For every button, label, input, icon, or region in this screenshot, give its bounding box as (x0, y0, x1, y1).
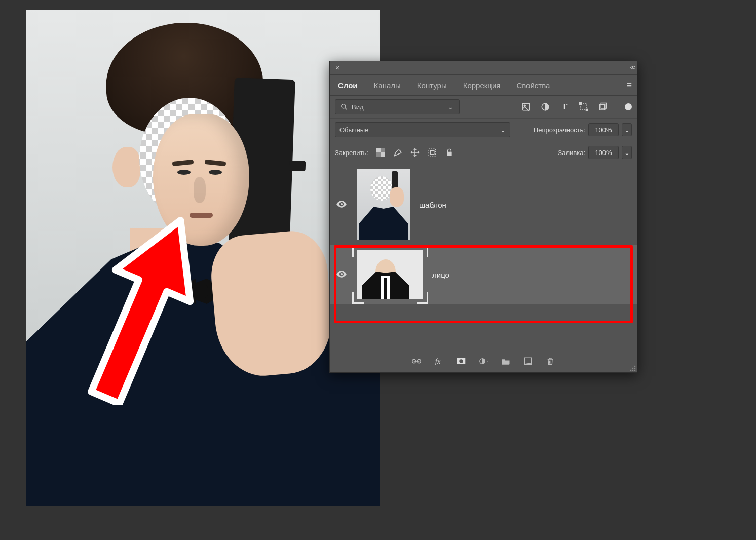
layer-name-label[interactable]: шаблон (419, 201, 446, 209)
svg-rect-15 (430, 150, 434, 155)
filter-icons: T (521, 102, 632, 111)
search-icon (339, 102, 349, 111)
adjustment-layer-icon[interactable]: ▫ (479, 357, 488, 366)
layer-thumbnail[interactable] (357, 250, 423, 299)
layer-kind-select[interactable]: Вид ⌄ (335, 99, 460, 114)
svg-point-16 (341, 203, 343, 205)
lock-pixels-icon[interactable] (393, 147, 403, 158)
close-icon[interactable]: × (333, 64, 342, 71)
delete-layer-icon[interactable] (546, 357, 555, 366)
panel-header[interactable]: × << (330, 61, 637, 75)
new-layer-icon[interactable] (523, 357, 533, 366)
lock-artboard-icon[interactable] (427, 147, 437, 158)
svg-rect-3 (522, 103, 530, 110)
svg-point-24 (634, 366, 636, 367)
group-layers-icon[interactable] (501, 357, 510, 366)
tab-channels[interactable]: Каналы (366, 75, 409, 95)
shape-layer-filter-icon[interactable] (579, 102, 588, 111)
svg-point-27 (630, 370, 632, 371)
add-mask-icon[interactable] (457, 357, 466, 366)
svg-point-17 (341, 273, 343, 275)
svg-point-26 (634, 368, 636, 369)
blend-mode-value: Обычные (339, 126, 368, 134)
chevron-down-icon: ⌄ (446, 101, 455, 113)
tab-properties[interactable]: Свойства (508, 75, 558, 95)
fill-flyout-icon[interactable]: ⌄ (622, 146, 632, 159)
collapse-icon[interactable]: << (630, 64, 634, 71)
tab-label: Свойства (516, 81, 550, 90)
opacity-label: Непрозрачность: (534, 126, 585, 134)
link-layers-icon[interactable] (412, 357, 421, 366)
lock-all-icon[interactable] (444, 147, 455, 158)
layers-panel: × << Слои Каналы Контуры Коррекция Свойс… (329, 61, 637, 373)
svg-point-4 (524, 105, 525, 106)
visibility-toggle[interactable] (335, 271, 348, 279)
panel-tabs: Слои Каналы Контуры Коррекция Свойства ≡ (330, 75, 637, 96)
tab-label: Контуры (417, 81, 447, 90)
svg-point-28 (632, 370, 634, 371)
svg-rect-12 (376, 148, 381, 152)
svg-point-21 (459, 359, 463, 363)
layers-list: шаблон лицо (330, 164, 637, 304)
visibility-toggle[interactable] (335, 201, 348, 209)
lock-transparency-icon[interactable] (375, 147, 386, 158)
adjustment-layer-filter-icon[interactable] (541, 102, 550, 111)
layer-filter-row: Вид ⌄ T (330, 96, 637, 119)
svg-point-29 (634, 370, 636, 371)
layer-thumbnail[interactable] (357, 169, 410, 240)
kind-label: Вид (352, 103, 364, 111)
lock-label: Закрепить: (335, 149, 368, 157)
opacity-value[interactable]: 100% (588, 123, 619, 136)
tab-layers[interactable]: Слои (330, 75, 366, 95)
tab-paths[interactable]: Контуры (409, 75, 455, 95)
chevron-down-icon: ⌄ (500, 126, 506, 134)
lock-fill-row: Закрепить: Заливка: 100% ⌄ (330, 141, 637, 164)
resize-grip-icon[interactable] (628, 363, 637, 372)
fill-label: Заливка: (558, 149, 585, 157)
canvas-image (26, 10, 380, 506)
tab-label: Слои (338, 81, 358, 90)
lock-icons (375, 147, 455, 158)
tab-label: Коррекция (463, 81, 501, 90)
svg-rect-14 (429, 149, 436, 156)
opacity-flyout-icon[interactable]: ⌄ (622, 123, 632, 136)
svg-rect-8 (586, 109, 588, 111)
tab-label: Каналы (374, 81, 401, 90)
smart-object-filter-icon[interactable] (598, 102, 608, 111)
lock-position-icon[interactable] (410, 147, 420, 158)
canvas-ear (112, 147, 140, 187)
panel-footer: fx▫ ▫ (330, 350, 637, 372)
fill-value[interactable]: 100% (588, 146, 619, 159)
layer-style-icon[interactable]: fx▫ (434, 357, 443, 366)
layer-thumbnail-wrapper (357, 250, 423, 299)
svg-point-25 (632, 368, 634, 369)
svg-rect-9 (599, 105, 605, 110)
tab-adjustments[interactable]: Коррекция (455, 75, 509, 95)
pixel-layer-filter-icon[interactable] (521, 102, 531, 111)
canvas-face-overlay (153, 114, 249, 246)
svg-rect-13 (381, 152, 385, 157)
layer-row[interactable]: лицо (330, 245, 637, 304)
svg-rect-10 (601, 103, 607, 109)
type-layer-filter-icon[interactable]: T (560, 102, 569, 111)
svg-point-1 (342, 104, 346, 108)
blend-mode-select[interactable]: Обычные ⌄ (335, 122, 510, 137)
filter-toggle-switch[interactable] (625, 103, 632, 110)
svg-line-2 (345, 108, 347, 110)
layer-row[interactable]: шаблон (330, 164, 637, 245)
layer-name-label[interactable]: лицо (432, 271, 449, 279)
blend-opacity-row: Обычные ⌄ Непрозрачность: 100% ⌄ (330, 119, 637, 141)
svg-rect-7 (580, 103, 582, 105)
panel-menu-icon[interactable]: ≡ (621, 80, 637, 91)
